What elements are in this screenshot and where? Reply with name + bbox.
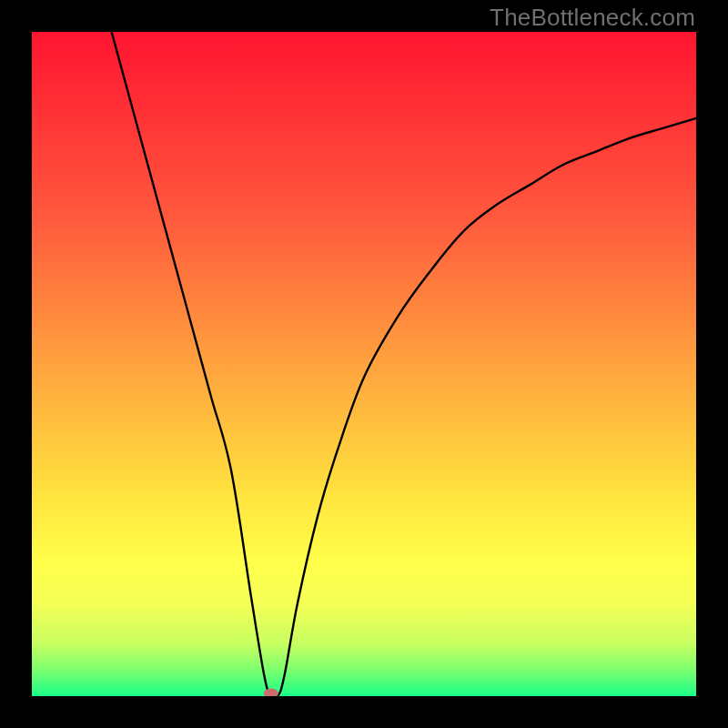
min-marker: [264, 689, 278, 697]
chart-frame: TheBottleneck.com: [0, 0, 728, 728]
bottleneck-curve: [32, 32, 696, 696]
plot-area: [32, 32, 696, 696]
watermark-text: TheBottleneck.com: [490, 4, 695, 32]
curve-path: [112, 32, 696, 696]
